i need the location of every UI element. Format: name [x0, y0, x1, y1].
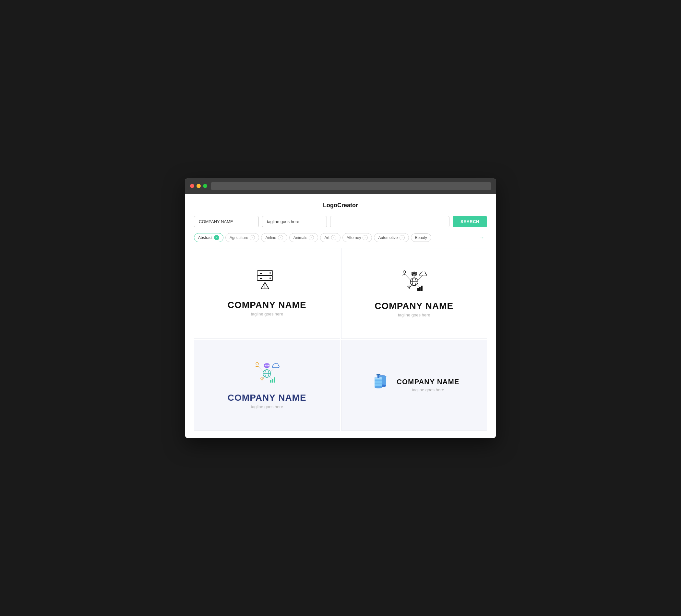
check-icon: ✓ — [214, 235, 219, 240]
svg-point-6 — [270, 272, 271, 274]
svg-point-11 — [403, 271, 406, 273]
tagline-input[interactable] — [262, 216, 327, 227]
check-icon: ✓ — [309, 235, 314, 240]
svg-point-21 — [409, 288, 409, 288]
network-icon — [400, 270, 429, 296]
filter-label: Abstract — [198, 235, 212, 240]
logo-tagline-4: tagline goes here — [397, 387, 459, 392]
search-button[interactable]: SEARCH — [453, 216, 487, 227]
filter-label: Art — [324, 235, 329, 240]
filter-chip-agriculture[interactable]: Agriculture ✓ — [225, 233, 259, 242]
logo-company-name-1: COMPANY NAME — [228, 300, 306, 310]
network-color-icon — [252, 361, 281, 388]
app-title: LogoCreator — [194, 202, 487, 209]
svg-line-34 — [259, 367, 263, 371]
svg-point-48 — [375, 386, 382, 388]
logo-company-name-3: COMPANY NAME — [228, 393, 306, 403]
filter-chip-airline[interactable]: Airline ✓ — [261, 233, 287, 242]
filter-label: Agriculture — [230, 235, 248, 240]
logo-tagline-3: tagline goes here — [251, 404, 283, 409]
keyword-input[interactable] — [330, 216, 450, 227]
logo-card-2[interactable]: COMPANY NAME tagline goes here — [341, 248, 487, 339]
filter-label: Animals — [294, 235, 307, 240]
filter-chip-attorney[interactable]: Attorney ✓ — [343, 233, 372, 242]
filter-label: Automotive — [378, 235, 398, 240]
logo-company-name-2: COMPANY NAME — [375, 301, 453, 311]
svg-point-10 — [264, 288, 266, 288]
filter-chip-abstract[interactable]: Abstract ✓ — [194, 233, 223, 242]
filter-label: Beauty — [415, 235, 427, 240]
check-icon: ✓ — [250, 235, 255, 240]
check-icon: ✓ — [278, 235, 283, 240]
browser-toolbar — [185, 178, 496, 194]
logo-card-3[interactable]: COMPANY NAME tagline goes here — [194, 340, 340, 431]
filter-chip-automotive[interactable]: Automotive ✓ — [374, 233, 409, 242]
address-bar — [211, 182, 491, 190]
maximize-button[interactable] — [203, 184, 207, 188]
svg-rect-39 — [272, 379, 273, 383]
minimize-button[interactable] — [197, 184, 201, 188]
close-button[interactable] — [190, 184, 194, 188]
logo-card-1[interactable]: COMPANY NAME tagline goes here — [194, 248, 340, 339]
filter-label: Attorney — [347, 235, 361, 240]
svg-rect-22 — [418, 288, 419, 291]
svg-point-37 — [262, 379, 263, 380]
search-bar: SEARCH — [194, 216, 487, 227]
filter-bar: Abstract ✓ Agriculture ✓ Airline ✓ Anima… — [194, 233, 487, 242]
svg-line-42 — [270, 377, 272, 379]
browser-window: LogoCreator SEARCH Abstract ✓ Agricultur… — [185, 178, 496, 438]
logo-grid: COMPANY NAME tagline goes here — [194, 248, 487, 431]
app-content: LogoCreator SEARCH Abstract ✓ Agricultur… — [185, 194, 496, 438]
svg-rect-53 — [377, 374, 380, 376]
filter-chip-beauty[interactable]: Beauty — [411, 233, 431, 242]
check-icon: ✓ — [362, 235, 368, 240]
svg-rect-24 — [421, 286, 423, 291]
svg-rect-23 — [419, 287, 421, 291]
logo-card-4[interactable]: COMPANY NAME tagline goes here — [341, 340, 487, 431]
svg-point-7 — [270, 278, 271, 279]
svg-rect-38 — [270, 380, 272, 383]
svg-point-27 — [256, 362, 258, 365]
database-color-icon — [369, 370, 392, 395]
server-warning-icon — [254, 270, 280, 296]
filter-next-arrow[interactable]: → — [477, 233, 487, 242]
company-name-input[interactable] — [194, 216, 259, 227]
logo-tagline-2: tagline goes here — [398, 312, 430, 317]
filter-label: Airline — [265, 235, 276, 240]
filter-chip-art[interactable]: Art ✓ — [320, 233, 340, 242]
check-icon: ✓ — [331, 235, 336, 240]
logo-text-group-4: COMPANY NAME tagline goes here — [397, 378, 459, 392]
check-icon: ✓ — [400, 235, 405, 240]
logo-tagline-1: tagline goes here — [251, 312, 283, 316]
filter-chip-animals[interactable]: Animals ✓ — [289, 233, 319, 242]
traffic-lights — [190, 184, 207, 188]
svg-line-26 — [417, 285, 419, 287]
svg-rect-40 — [274, 377, 275, 383]
svg-line-18 — [406, 275, 410, 280]
logo-company-name-4: COMPANY NAME — [397, 378, 459, 386]
